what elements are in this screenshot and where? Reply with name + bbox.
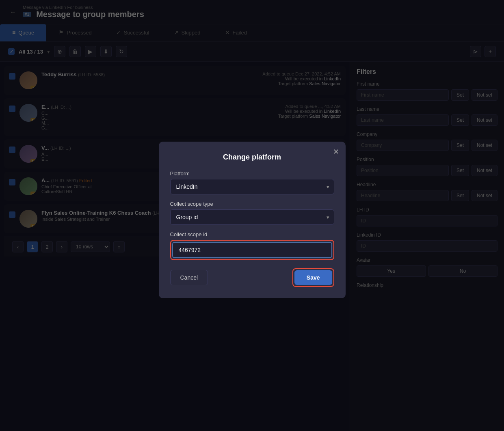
scope-type-label: Collect scope type bbox=[170, 201, 334, 207]
cancel-button[interactable]: Cancel bbox=[170, 270, 208, 285]
change-platform-modal: ✕ Change platform Platform LinkedIn Sale… bbox=[159, 142, 346, 298]
modal-actions: Cancel Save bbox=[170, 268, 334, 287]
scope-id-input[interactable] bbox=[172, 242, 332, 258]
modal-overlay: ✕ Change platform Platform LinkedIn Sale… bbox=[0, 0, 504, 431]
scope-type-select[interactable]: Group id Profile id Company id bbox=[170, 209, 334, 225]
modal-close-button[interactable]: ✕ bbox=[333, 147, 339, 156]
scope-id-input-wrapper bbox=[170, 240, 334, 260]
platform-select[interactable]: LinkedIn Sales Navigator Recruiter bbox=[170, 179, 334, 194]
save-button-wrapper: Save bbox=[292, 268, 334, 287]
platform-label: Platform bbox=[170, 170, 334, 177]
modal-title: Change platform bbox=[170, 153, 334, 162]
scope-id-label: Collect scope id bbox=[170, 231, 334, 237]
save-button[interactable]: Save bbox=[294, 270, 332, 285]
platform-select-wrapper: LinkedIn Sales Navigator Recruiter ▾ bbox=[170, 179, 334, 194]
scope-type-select-wrapper: Group id Profile id Company id ▾ bbox=[170, 209, 334, 225]
